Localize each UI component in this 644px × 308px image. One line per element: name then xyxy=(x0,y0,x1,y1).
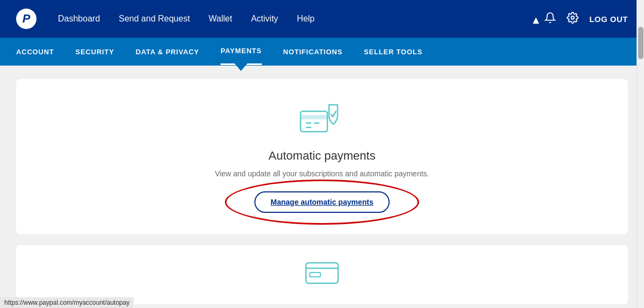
logout-button[interactable]: LOG OUT xyxy=(589,15,628,24)
settings-icon[interactable] xyxy=(567,12,579,26)
scrollbar[interactable] xyxy=(636,0,644,308)
status-bar: https://www.paypal.com/myaccount/autopay xyxy=(0,297,134,308)
subnav-security[interactable]: SECURITY xyxy=(76,39,114,65)
svg-rect-8 xyxy=(310,273,320,277)
svg-rect-2 xyxy=(301,115,327,119)
nav-activity[interactable]: Activity xyxy=(251,14,279,24)
second-card xyxy=(16,245,628,304)
sub-nav: ACCOUNT SECURITY DATA & PRIVACY PAYMENTS… xyxy=(0,38,644,66)
nav-right: ▲ LOG OUT xyxy=(531,12,628,26)
subnav-payments[interactable]: PAYMENTS xyxy=(221,38,261,65)
manage-btn-wrapper: Manage automatic payments xyxy=(254,191,389,213)
automatic-payments-description: View and update all your subscriptions a… xyxy=(215,169,429,178)
nav-wallet[interactable]: Wallet xyxy=(209,14,232,24)
automatic-payments-title: Automatic payments xyxy=(268,149,375,163)
subnav-account[interactable]: ACCOUNT xyxy=(16,39,54,65)
scrollbar-thumb[interactable] xyxy=(638,27,643,59)
subnav-data-privacy[interactable]: DATA & PRIVACY xyxy=(136,39,199,65)
automatic-payments-icon xyxy=(298,101,346,138)
payments-arrow xyxy=(235,63,247,71)
subnav-notifications[interactable]: NOTIFICATIONS xyxy=(283,39,343,65)
bell-icon[interactable]: ▲ xyxy=(531,12,556,26)
paypal-logo[interactable]: P xyxy=(16,9,36,29)
subnav-seller-tools[interactable]: SELLER TOOLS xyxy=(364,39,422,65)
manage-automatic-payments-button[interactable]: Manage automatic payments xyxy=(254,191,389,213)
main-content: Automatic payments View and update all y… xyxy=(0,66,644,308)
automatic-payments-card: Automatic payments View and update all y… xyxy=(16,79,628,234)
top-nav: P Dashboard Send and Request Wallet Acti… xyxy=(0,0,644,38)
nav-links: Dashboard Send and Request Wallet Activi… xyxy=(58,14,531,24)
svg-rect-1 xyxy=(301,111,327,132)
nav-dashboard[interactable]: Dashboard xyxy=(58,14,100,24)
svg-point-0 xyxy=(571,16,574,19)
status-url: https://www.paypal.com/myaccount/autopay xyxy=(4,299,129,306)
nav-help[interactable]: Help xyxy=(297,14,314,24)
nav-send-request[interactable]: Send and Request xyxy=(119,14,190,24)
